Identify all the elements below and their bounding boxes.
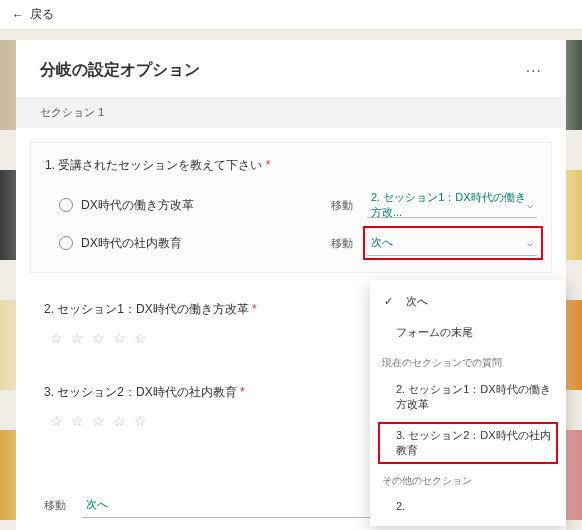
question-1-card: 1. 受講されたセッションを教えて下さい * DX時代の働き方改革 移動 2. … [30, 142, 552, 273]
required-mark: * [266, 158, 271, 172]
star-icon: ☆ [113, 413, 126, 429]
menu-header-other: その他のセクション [370, 466, 566, 492]
chevron-down-icon: ⌵ [527, 237, 533, 248]
star-icon: ☆ [71, 413, 84, 429]
star-icon: ☆ [71, 330, 84, 346]
option-a-label: DX時代の働き方改革 [81, 197, 323, 214]
question-1-title: 1. 受講されたセッションを教えて下さい * [45, 157, 537, 174]
menu-item-next[interactable]: ✓ 次へ [370, 286, 566, 317]
option-a-row: DX時代の働き方改革 移動 2. セッション1：DX時代の働き方改... ⌵ [45, 186, 537, 224]
chevron-down-icon: ⌵ [527, 199, 533, 210]
menu-item-other-section[interactable]: 2. [370, 492, 566, 520]
star-icon: ☆ [92, 330, 105, 346]
radio-icon[interactable] [59, 236, 73, 250]
option-a-target-dropdown[interactable]: 2. セッション1：DX時代の働き方改... ⌵ [367, 192, 537, 218]
target-dropdown-menu: ✓ 次へ フォームの末尾 現在のセクションでの質問 2. セッション1：DX時代… [370, 280, 566, 526]
menu-item-end[interactable]: フォームの末尾 [370, 317, 566, 348]
section-label: セクション 1 [16, 97, 566, 128]
more-icon[interactable]: ··· [526, 62, 542, 80]
option-b-target-dropdown[interactable]: 次へ ⌵ [367, 230, 537, 256]
check-icon: ✓ [384, 295, 398, 308]
required-mark: * [240, 385, 245, 399]
option-b-row: DX時代の社内教育 移動 次へ ⌵ [45, 224, 537, 262]
go-label: 移動 [331, 198, 353, 213]
back-button[interactable]: ← 戻る [12, 6, 54, 23]
back-label: 戻る [30, 6, 54, 23]
star-icon: ☆ [134, 413, 147, 429]
topbar: ← 戻る [0, 0, 582, 30]
menu-header-current: 現在のセクションでの質問 [370, 348, 566, 374]
menu-item-session1[interactable]: 2. セッション1：DX時代の働き方改革 [370, 374, 566, 420]
arrow-left-icon: ← [12, 8, 24, 22]
star-icon: ☆ [134, 330, 147, 346]
star-icon: ☆ [50, 413, 63, 429]
go-label: 移動 [331, 236, 353, 251]
star-icon: ☆ [50, 330, 63, 346]
radio-icon[interactable] [59, 198, 73, 212]
required-mark: * [252, 302, 257, 316]
option-b-label: DX時代の社内教育 [81, 235, 323, 252]
star-icon: ☆ [92, 413, 105, 429]
menu-item-session2[interactable]: 3. セッション2：DX時代の社内教育 [370, 420, 566, 466]
star-icon: ☆ [113, 330, 126, 346]
page-title: 分岐の設定オプション [40, 60, 200, 81]
go-label: 移動 [44, 498, 66, 513]
